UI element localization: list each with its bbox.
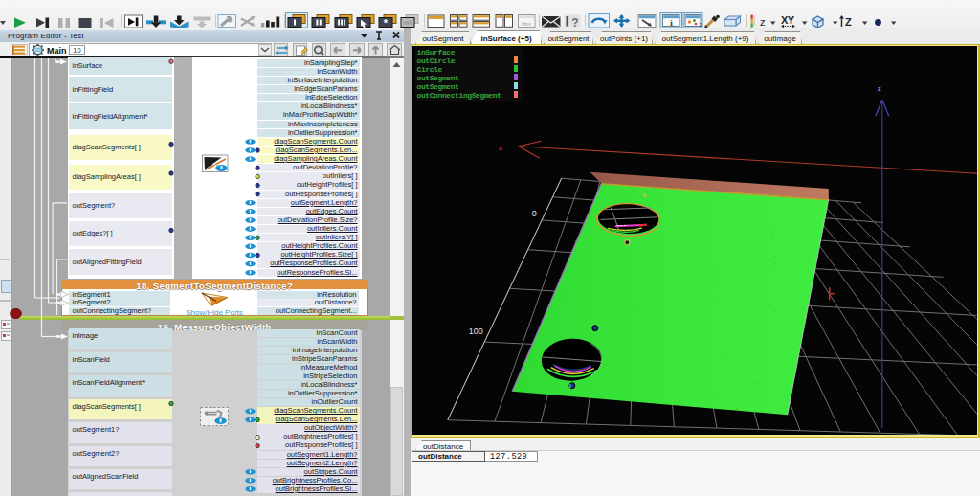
svg-text:100: 100 <box>469 326 483 335</box>
svg-text:Hmi: Hmi <box>522 21 531 27</box>
svg-text:x: x <box>499 143 503 151</box>
svg-text:Z: Z <box>845 16 852 28</box>
svg-text:z: z <box>760 16 766 28</box>
svg-text:z: z <box>878 84 881 93</box>
svg-text:0: 0 <box>532 209 537 218</box>
svg-text:XY: XY <box>781 14 795 26</box>
svg-text:2: 2 <box>700 22 702 28</box>
svg-text:?: ? <box>571 16 578 29</box>
